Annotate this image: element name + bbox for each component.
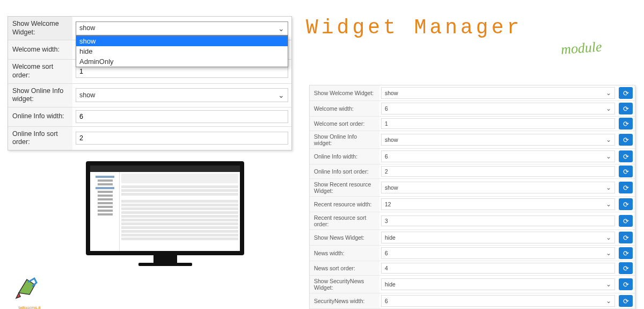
refresh-icon: ⟳ xyxy=(623,168,629,176)
field-label: Welcome width: xyxy=(310,101,379,116)
refresh-icon: ⟳ xyxy=(623,184,629,192)
refresh-icon: ⟳ xyxy=(623,105,629,113)
refresh-icon: ⟳ xyxy=(623,217,629,225)
field-label: Show Online Info widget: xyxy=(310,131,379,148)
refresh-icon: ⟳ xyxy=(623,153,629,161)
field-label: Recent resource sort order: xyxy=(310,212,379,229)
refresh-button[interactable]: ⟳ xyxy=(619,182,633,193)
field-label: Online Info sort order: xyxy=(8,127,72,150)
refresh-icon: ⟳ xyxy=(623,281,629,289)
refresh-icon: ⟳ xyxy=(623,249,629,257)
select-option-hide[interactable]: hide xyxy=(76,46,288,56)
refresh-icon: ⟳ xyxy=(623,120,629,128)
field-label: News sort order: xyxy=(310,261,379,275)
title-main: Widget Manager xyxy=(306,16,522,39)
settings-panel-left: Show Welcome Widget: show show hide Admi… xyxy=(8,16,292,150)
online-sort-input[interactable] xyxy=(76,132,288,145)
refresh-button[interactable]: ⟳ xyxy=(619,118,633,130)
setting-input[interactable] xyxy=(381,215,615,226)
refresh-icon: ⟳ xyxy=(623,234,629,242)
setting-select[interactable]: 12 xyxy=(381,198,615,210)
setting-select[interactable]: show xyxy=(381,87,615,99)
refresh-icon: ⟳ xyxy=(623,297,629,305)
field-label: Show News Widget: xyxy=(310,230,379,245)
refresh-button[interactable]: ⟳ xyxy=(619,278,633,290)
field-label: SecurityNews width: xyxy=(310,293,379,308)
setting-select[interactable]: show xyxy=(381,182,615,193)
online-width-input[interactable] xyxy=(76,110,288,123)
field-label: Welcome width: xyxy=(8,40,72,59)
refresh-button[interactable]: ⟳ xyxy=(619,215,633,227)
refresh-icon: ⟳ xyxy=(623,136,629,144)
setting-input[interactable] xyxy=(381,166,615,177)
refresh-button[interactable]: ⟳ xyxy=(619,247,633,259)
show-welcome-select[interactable]: show show hide AdminOnly xyxy=(76,21,288,35)
refresh-button[interactable]: ⟳ xyxy=(619,103,633,114)
field-label: Welcome sort order: xyxy=(8,60,72,83)
field-label: Online Info sort order: xyxy=(310,164,379,178)
refresh-button[interactable]: ⟳ xyxy=(619,150,633,162)
refresh-button[interactable]: ⟳ xyxy=(619,134,633,146)
field-label: Show Online Info widget: xyxy=(8,84,72,107)
setting-select[interactable]: 6 xyxy=(381,295,615,307)
field-label: Show Welcome Widget: xyxy=(310,85,379,100)
refresh-button[interactable]: ⟳ xyxy=(619,198,633,210)
refresh-icon: ⟳ xyxy=(623,264,629,272)
refresh-button[interactable]: ⟳ xyxy=(619,295,633,307)
select-dropdown: show hide AdminOnly xyxy=(76,35,288,67)
setting-select[interactable]: hide xyxy=(381,278,615,290)
select-option-adminonly[interactable]: AdminOnly xyxy=(76,56,288,67)
module-title: Widget Manager module xyxy=(306,16,522,39)
setting-select[interactable]: 6 xyxy=(381,247,615,259)
setting-select[interactable]: show xyxy=(381,134,615,146)
setting-select[interactable]: 6 xyxy=(381,103,615,114)
field-label: Recent resource width: xyxy=(310,197,379,212)
brand-text: tattoocms.it xyxy=(11,305,48,309)
settings-panel-right: Show Welcome Widget:show⟳Welcome width:6… xyxy=(309,85,635,309)
field-label: Online Info width: xyxy=(310,149,379,164)
field-label: Online Info width: xyxy=(8,107,72,126)
refresh-icon: ⟳ xyxy=(623,200,629,209)
setting-select[interactable]: hide xyxy=(381,232,615,243)
field-label: Welcome sort order: xyxy=(310,117,379,131)
refresh-button[interactable]: ⟳ xyxy=(619,262,633,274)
monitor-preview xyxy=(86,161,244,271)
setting-input[interactable] xyxy=(381,263,615,274)
refresh-button[interactable]: ⟳ xyxy=(619,87,633,99)
select-option-show[interactable]: show xyxy=(76,36,288,46)
brand-logo: tattoocms.it xyxy=(11,266,48,304)
field-label: News width: xyxy=(310,246,379,261)
refresh-icon: ⟳ xyxy=(623,89,629,97)
refresh-button[interactable]: ⟳ xyxy=(619,232,633,243)
refresh-button[interactable]: ⟳ xyxy=(619,166,633,177)
field-label: Show SecurityNews Widget: xyxy=(310,276,379,293)
setting-select[interactable]: 6 xyxy=(381,150,615,162)
field-label: Show Recent resource Widget: xyxy=(310,179,379,196)
online-info-select[interactable]: show xyxy=(76,88,288,102)
title-subtitle: module xyxy=(560,39,602,58)
setting-input[interactable] xyxy=(381,118,615,129)
field-label: Show Welcome Widget: xyxy=(8,17,72,40)
